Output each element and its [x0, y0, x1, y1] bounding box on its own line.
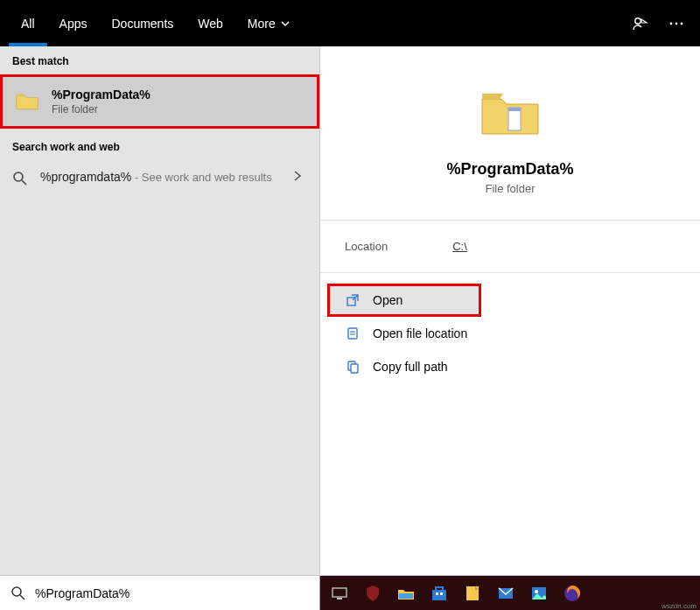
action-copy-full-path-label: Copy full path [373, 360, 448, 374]
svg-point-0 [635, 18, 640, 23]
taskbar [320, 576, 700, 610]
action-open-label: Open [373, 293, 402, 307]
main-area: Best match %ProgramData% File folder Sea… [0, 46, 700, 575]
search-tabs-bar: All Apps Documents Web More [0, 0, 700, 46]
app-icon-store[interactable] [427, 581, 452, 606]
search-web-text: %programdata% - See work and web results [40, 169, 272, 185]
chevron-right-icon[interactable] [291, 170, 307, 186]
folder-icon-large [475, 78, 545, 148]
chevron-down-icon [281, 19, 290, 28]
taskview-icon[interactable] [327, 581, 352, 606]
svg-rect-21 [440, 592, 443, 595]
app-icon-firefox[interactable] [560, 581, 584, 606]
action-open-file-location-label: Open file location [373, 326, 467, 340]
search-icon [12, 171, 28, 186]
svg-rect-13 [351, 364, 358, 373]
topbar-right [630, 14, 691, 33]
search-web-heading: Search work and web [0, 129, 319, 160]
detail-header: %ProgramData% File folder [320, 46, 700, 221]
best-match-heading: Best match [0, 46, 319, 74]
detail-subtitle: File folder [485, 182, 535, 195]
svg-rect-9 [348, 328, 357, 339]
search-web-query: %programdata% [40, 170, 131, 184]
search-web-left: %programdata% - See work and web results [12, 169, 272, 186]
svg-point-14 [12, 587, 21, 596]
search-web-suffix: - See work and web results [131, 171, 271, 184]
best-match-result[interactable]: %ProgramData% File folder [0, 74, 319, 129]
svg-rect-20 [436, 592, 438, 595]
search-web-result[interactable]: %programdata% - See work and web results [0, 160, 319, 195]
best-match-text: %ProgramData% File folder [52, 88, 150, 116]
folder-icon [15, 89, 39, 114]
tab-web[interactable]: Web [186, 0, 235, 46]
svg-point-1 [670, 22, 673, 25]
open-icon [345, 292, 360, 308]
app-icon-gallery[interactable] [527, 581, 551, 606]
location-value[interactable]: C:\ [452, 240, 467, 253]
svg-line-5 [22, 180, 26, 185]
svg-rect-17 [337, 598, 342, 599]
actions-list: Open Open file location Copy full path [320, 273, 700, 394]
tab-all[interactable]: All [9, 0, 47, 46]
feedback-icon[interactable] [630, 14, 649, 33]
svg-point-3 [681, 22, 683, 25]
best-match-title: %ProgramData% [52, 88, 150, 102]
tab-more[interactable]: More [235, 0, 302, 46]
svg-rect-16 [332, 588, 346, 597]
best-match-subtitle: File folder [52, 103, 150, 116]
location-row: Location C:\ [320, 221, 700, 273]
svg-rect-18 [399, 593, 413, 599]
svg-rect-7 [508, 108, 521, 111]
app-icon-explorer[interactable] [394, 581, 418, 606]
search-tabs-left: All Apps Documents Web More [9, 0, 302, 46]
results-panel: Best match %ProgramData% File folder Sea… [0, 46, 320, 575]
svg-point-2 [676, 22, 678, 25]
detail-panel: %ProgramData% File folder Location C:\ O… [320, 46, 700, 575]
bottom-bar [0, 575, 700, 610]
action-copy-full-path[interactable]: Copy full path [327, 350, 693, 383]
app-icon-note[interactable] [460, 581, 485, 606]
search-icon [10, 585, 26, 601]
svg-point-4 [14, 172, 23, 181]
more-options-icon[interactable] [667, 14, 686, 33]
tab-apps[interactable]: Apps [47, 0, 100, 46]
app-icon-mail[interactable] [494, 581, 518, 606]
watermark: wszdn.com [662, 602, 696, 610]
action-open-file-location[interactable]: Open file location [327, 317, 693, 350]
action-open[interactable]: Open [327, 284, 481, 317]
detail-title: %ProgramData% [446, 160, 573, 179]
tab-more-label: More [248, 17, 276, 31]
search-box[interactable] [0, 576, 320, 610]
location-label: Location [345, 240, 388, 253]
file-location-icon [345, 326, 360, 341]
app-icon-shield[interactable] [360, 581, 385, 606]
svg-rect-19 [432, 590, 446, 600]
copy-icon [345, 359, 360, 375]
svg-line-15 [20, 595, 24, 599]
svg-point-25 [535, 590, 538, 593]
tab-documents[interactable]: Documents [99, 0, 186, 46]
search-input[interactable] [35, 586, 309, 600]
